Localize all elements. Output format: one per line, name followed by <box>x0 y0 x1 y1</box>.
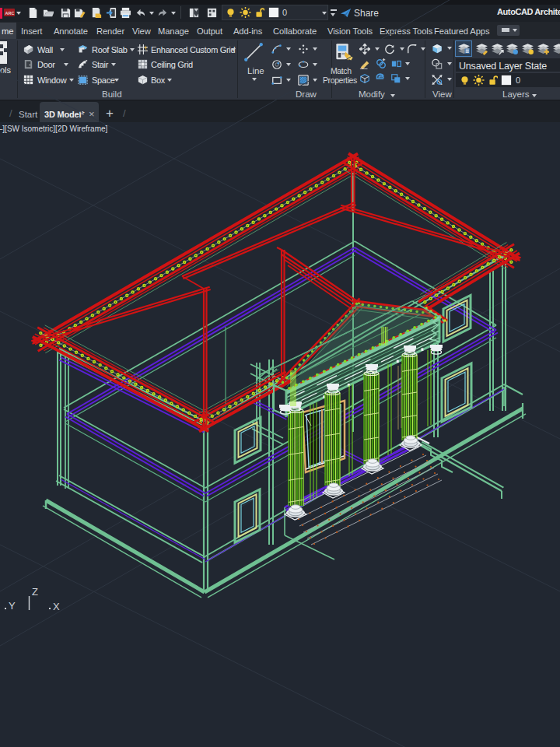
svg-text:X: X <box>53 601 60 612</box>
svg-text:Z: Z <box>32 586 38 598</box>
svg-text:Y: Y <box>9 600 16 612</box>
